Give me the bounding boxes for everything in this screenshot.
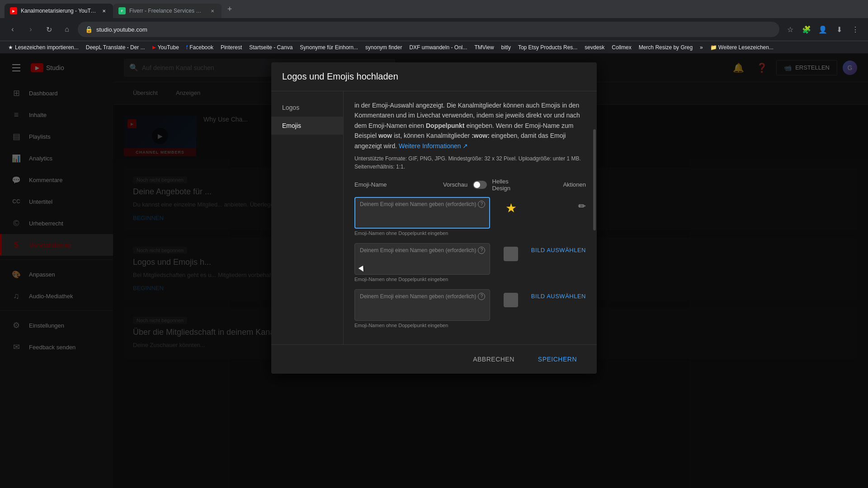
modal-description: in der Emoji-Auswahl angezeigt. Die Kana… <box>354 100 586 171</box>
modal-nav-emojis-label: Emojis <box>282 122 301 129</box>
toggle-switch[interactable] <box>473 181 486 189</box>
emoji-preview-cell-2 <box>497 243 524 261</box>
bookmark-collmex[interactable]: Collmex <box>608 42 635 52</box>
bookmark-facebook[interactable]: f Facebook <box>183 42 217 52</box>
bookmark-sevdesk[interactable]: sevdesk <box>581 42 608 52</box>
modal-overlay: Logos und Emojis hochladen Logos Emojis <box>0 53 868 488</box>
select-image-btn-2[interactable]: BILD AUSWÄHLEN <box>531 247 586 253</box>
bookmark-label-youtube: YouTube <box>158 44 179 51</box>
bookmark-pinterest[interactable]: Pinterest <box>217 42 245 52</box>
emoji-input-field-2[interactable] <box>354 243 490 275</box>
emoji-hint-3: Emoji-Namen ohne Doppelpunkt eingeben <box>354 323 490 328</box>
bookmark-label-bitly: bitly <box>501 44 511 51</box>
bookmark-synonyme[interactable]: Synonyme für Einhorn... <box>296 42 362 52</box>
tab-favicon-2: F <box>118 7 126 14</box>
modal-nav-emojis[interactable]: Emojis <box>271 117 343 135</box>
edit-icon-1[interactable]: ✏ <box>578 201 586 211</box>
bookmark-dxf[interactable]: DXF umwandeln - Onl... <box>406 42 471 52</box>
bookmark-label-merch-resize: Merch Resize by Greg <box>639 44 693 51</box>
tab-title-1: Kanalmonetarisierung - YouTube ... <box>21 8 97 14</box>
extensions-icon[interactable]: 🧩 <box>799 22 814 37</box>
forward-button[interactable]: › <box>24 22 38 37</box>
select-image-btn-3[interactable]: BILD AUSWÄHLEN <box>531 293 586 300</box>
bookmark-bitly[interactable]: bitly <box>498 42 514 52</box>
emoji-hint-1: Emoji-Namen ohne Doppelpunkt eingeben <box>354 230 490 236</box>
emoji-row-2: Deinem Emoji einen Namen geben (erforder… <box>354 243 586 282</box>
emoji-preview-cell-1: ★ <box>497 197 524 216</box>
content-text-mid2: ist, können Kanalmitglieder <box>392 132 472 139</box>
light-design-label: Helles Design <box>492 178 524 192</box>
tab-fiverr[interactable]: F Fiverr - Freelance Services Mar... ✕ <box>113 4 222 18</box>
emoji-input-wrap-2: Deinem Emoji einen Namen geben (erforder… <box>354 243 490 282</box>
bookmark-label-etsy: Top Etsy Products Res... <box>518 44 577 51</box>
preview-col-label: Vorschau <box>443 181 467 188</box>
content-paragraph-1: in der Emoji-Auswahl angezeigt. Die Kana… <box>354 100 586 151</box>
more-info-link[interactable]: Weitere Informationen ↗ <box>399 142 468 150</box>
reload-button[interactable]: ↻ <box>42 22 56 37</box>
menu-icon[interactable]: ⋮ <box>848 22 863 37</box>
tab-youtube-studio[interactable]: ▶ Kanalmonetarisierung - YouTube ... ✕ <box>5 4 113 18</box>
modal-sidebar: Logos Emojis <box>271 91 344 344</box>
bookmark-lesezeichen[interactable]: ★ Lesezeichen importieren... <box>5 42 82 52</box>
lock-icon: 🔒 <box>85 26 93 33</box>
bookmark-synonym-finder[interactable]: synonym finder <box>362 42 406 52</box>
bookmark-label-pinterest: Pinterest <box>221 44 242 51</box>
bookmark-deepl[interactable]: DeepL Translate - Der ... <box>82 42 149 52</box>
bookmark-star-icon[interactable]: ☆ <box>783 22 797 37</box>
emoji-input-wrap-3: Deinem Emoji einen Namen geben (erforder… <box>354 289 490 328</box>
bookmark-tmview[interactable]: TMView <box>471 42 497 52</box>
download-icon[interactable]: ⬇ <box>832 22 846 37</box>
formats-text: Unterstützte Formate: GIF, PNG, JPG. Min… <box>354 155 586 171</box>
emoji-actions-cell-2: BILD AUSWÄHLEN <box>532 243 586 253</box>
bookmark-label-lesezeichen: Lesezeichen importieren... <box>15 44 79 51</box>
cancel-button[interactable]: ABBRECHEN <box>464 352 524 366</box>
bookmark-label-sevdesk: sevdesk <box>585 44 604 51</box>
facebook-favicon: f <box>186 44 188 51</box>
wow-strong: wow <box>378 132 392 139</box>
save-button[interactable]: SPEICHERN <box>529 352 586 366</box>
emoji-input-wrap-1: Deinem Emoji einen Namen geben (erforder… <box>354 197 490 236</box>
tab-close-2[interactable]: ✕ <box>209 7 216 14</box>
emoji-textarea-container-3: Deinem Emoji einen Namen geben (erforder… <box>354 289 490 321</box>
browser-toolbar: ‹ › ↻ ⌂ 🔒 studio.youtube.com ☆ 🧩 👤 ⬇ ⋮ <box>0 18 868 41</box>
bookmark-merch-resize[interactable]: Merch Resize by Greg <box>635 42 696 52</box>
emoji-row-3: Deinem Emoji einen Namen geben (erforder… <box>354 289 586 328</box>
gray-box-2 <box>504 247 518 261</box>
modal-header: Logos und Emojis hochladen <box>271 62 597 91</box>
star-emoji-icon: ★ <box>505 201 517 216</box>
bookmark-label-synonym-finder: synonym finder <box>365 44 402 51</box>
tab-close-1[interactable]: ✕ <box>100 7 108 14</box>
bookmark-canva[interactable]: Startseite - Canva <box>245 42 296 52</box>
modal-nav-logos-label: Logos <box>282 104 299 111</box>
modal-nav-logos[interactable]: Logos <box>271 99 343 117</box>
col-emoji-name-header: Emoji-Name <box>354 181 436 188</box>
doppelpunkt-strong: Doppelpunkt <box>426 122 465 129</box>
url-text: studio.youtube.com <box>96 26 772 33</box>
new-tab-button[interactable]: + <box>223 3 236 15</box>
tab-favicon-1: ▶ <box>10 7 17 14</box>
emoji-input-field-3[interactable] <box>354 289 490 321</box>
gray-box-3 <box>504 293 518 307</box>
more-bookmarks-button[interactable]: » <box>696 42 707 52</box>
emoji-actions-cell-3: BILD AUSWÄHLEN <box>532 289 586 300</box>
bookmark-label-collmex: Collmex <box>612 44 631 51</box>
bookmark-label-deepl: DeepL Translate - Der ... <box>86 44 145 51</box>
bookmarks-folder[interactable]: 📁 Weitere Lesezeichen... <box>707 42 777 52</box>
browser-tabs-bar: ▶ Kanalmonetarisierung - YouTube ... ✕ F… <box>0 0 868 18</box>
emoji-actions-cell-1: ✏ <box>532 197 586 211</box>
home-button[interactable]: ⌂ <box>60 22 74 37</box>
profile-icon[interactable]: 👤 <box>816 22 830 37</box>
address-bar[interactable]: 🔒 studio.youtube.com <box>78 22 779 37</box>
back-button[interactable]: ‹ <box>5 22 20 37</box>
wow-colon-strong: :wow: <box>472 132 490 139</box>
emoji-textarea-container-2: Deinem Emoji einen Namen geben (erforder… <box>354 243 490 275</box>
modal-title: Logos und Emojis hochladen <box>282 71 586 82</box>
emoji-input-field-1[interactable] <box>354 197 490 229</box>
bookmarks-bar: ★ Lesezeichen importieren... DeepL Trans… <box>0 41 868 53</box>
bookmark-youtube[interactable]: ▶ YouTube <box>149 42 183 52</box>
bookmark-label-canva: Startseite - Canva <box>249 44 292 51</box>
bookmark-etsy[interactable]: Top Etsy Products Res... <box>514 42 581 52</box>
tab-title-2: Fiverr - Freelance Services Mar... <box>129 8 205 14</box>
toolbar-actions: ☆ 🧩 👤 ⬇ ⋮ <box>783 22 863 37</box>
bookmark-label-tmview: TMView <box>474 44 494 51</box>
